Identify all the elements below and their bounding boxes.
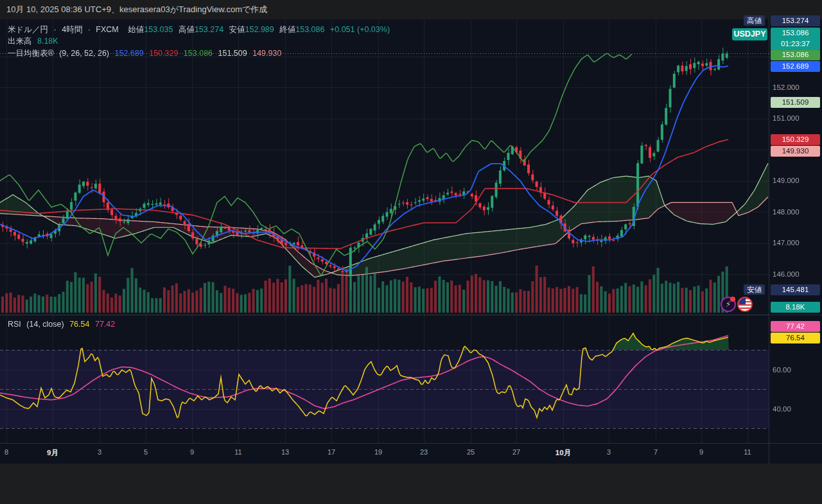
time-axis-label: 27	[512, 448, 520, 456]
price-tick: 149.000	[773, 175, 800, 186]
price-tick: 147.000	[773, 238, 800, 248]
time-axis-label: 9	[699, 448, 703, 456]
low-price-tag: 安値	[744, 284, 765, 295]
attribution-bar: 10月 10, 2025 08:36 UTC+9、keserasera03がTr…	[0, 0, 822, 19]
rsi-ma-label: 77.42	[771, 321, 820, 332]
price-tick: 152.000	[773, 82, 800, 92]
time-axis-label: 19	[374, 448, 382, 456]
time-axis-label: 9	[190, 448, 194, 456]
rsi-value: 76.54	[69, 320, 89, 329]
attribution-text: 10月 10, 2025 08:36 UTC+9、keserasera03がTr…	[6, 4, 267, 14]
separator-dot: ·	[54, 25, 57, 34]
time-axis-label: 7	[654, 448, 658, 456]
flag-union	[739, 298, 746, 304]
rsi-name: RSI	[8, 320, 21, 329]
separator-dot: ·	[88, 25, 91, 34]
rsi-params: (14, close)	[26, 320, 64, 329]
notification-dot	[730, 297, 735, 302]
symbol-legend[interactable]: 米ドル／円 · 4時間 · FXCM 始値153.035 高値153.274 安…	[8, 24, 393, 35]
span-b-label: 149.930	[771, 146, 820, 157]
volume-legend[interactable]: 出来高 8.18K	[8, 36, 62, 46]
ichimoku-lagging-value: 153.086	[184, 49, 213, 58]
lagging-span-label: 153.086	[771, 49, 820, 60]
price-tick: 60.00	[773, 365, 791, 375]
time-axis-label: 17	[328, 448, 335, 456]
ichimoku-legend[interactable]: 一目均衡表® (9, 26, 52, 26) 152.689 150.329 1…	[8, 48, 284, 58]
open-label: 始値	[128, 25, 144, 34]
time-axis-label: 9月	[47, 448, 58, 458]
scale-border	[769, 19, 769, 464]
ichimoku-name: 一目均衡表®	[8, 49, 54, 58]
change-value: +0.051 (+0.03%)	[330, 25, 390, 34]
bar-countdown: 01:23:37	[771, 39, 820, 49]
price-tick: 146.000	[773, 269, 800, 279]
low-value: 152.989	[245, 25, 274, 34]
time-axis-label: 8	[4, 448, 8, 456]
lightning-event-icon[interactable]: ⚡	[721, 297, 736, 312]
time-axis-label: 3	[98, 448, 101, 456]
ichimoku-base-value: 150.329	[149, 49, 178, 58]
volume-value: 8.18K	[37, 37, 58, 46]
rsi-ma-value: 77.42	[95, 320, 115, 329]
volume-value-label: 8.18K	[771, 302, 820, 313]
high-price-tag: 高値	[744, 15, 765, 26]
time-axis-label: 25	[467, 448, 475, 456]
price-chart-canvas[interactable]	[0, 19, 769, 443]
axis-separator	[0, 443, 822, 444]
time-axis-label: 5	[144, 448, 148, 456]
high-value: 153.274	[195, 25, 223, 34]
conversion-line-label: 152.689	[771, 61, 820, 72]
price-tick: 40.00	[773, 404, 791, 414]
last-price-countdown-label: 153.086 01:23:37	[771, 28, 820, 50]
close-value: 153.086	[295, 25, 324, 34]
span-a-label: 151.509	[771, 97, 820, 108]
interval-label[interactable]: 4時間	[62, 25, 82, 34]
ichimoku-span-a-value: 151.509	[218, 49, 247, 58]
base-line-label: 150.329	[771, 134, 820, 145]
ichimoku-span-b-value: 149.930	[252, 49, 281, 58]
time-axis-label: 11	[234, 448, 241, 456]
time-axis-label: 11	[744, 448, 751, 456]
low-price-label: 145.481	[771, 284, 820, 295]
time-axis-label: 10月	[555, 448, 571, 458]
close-label: 終値	[279, 25, 295, 34]
rsi-value-label: 76.54	[771, 333, 820, 343]
us-flag-event-icon[interactable]	[737, 297, 753, 312]
high-label: 高値	[179, 25, 195, 34]
time-axis-label: 23	[420, 448, 428, 456]
volume-label: 出来高	[8, 37, 32, 46]
price-tick: 151.000	[773, 113, 800, 123]
symbol-name: 米ドル／円	[8, 25, 48, 34]
chart-area[interactable]	[0, 19, 822, 464]
exchange-label: FXCM	[96, 25, 118, 34]
time-axis-label: 13	[281, 448, 289, 456]
time-axis-label: 3	[607, 448, 611, 456]
symbol-badge[interactable]: USDJPY	[732, 28, 767, 40]
tradingview-chart-page: 10月 10, 2025 08:36 UTC+9、keserasera03がTr…	[0, 0, 822, 504]
rsi-legend[interactable]: RSI (14, close) 76.54 77.42	[8, 320, 118, 330]
ichimoku-conversion-value: 152.689	[115, 49, 144, 58]
footer-bar: TradingView	[0, 464, 822, 504]
last-price: 153.086	[771, 28, 820, 39]
high-price-label: 153.274	[771, 15, 820, 26]
price-tick: 148.000	[773, 207, 800, 217]
ichimoku-params: (9, 26, 52, 26)	[59, 49, 109, 58]
open-value: 153.035	[144, 25, 173, 34]
pane-separator[interactable]	[0, 315, 822, 315]
low-label: 安値	[229, 25, 245, 34]
